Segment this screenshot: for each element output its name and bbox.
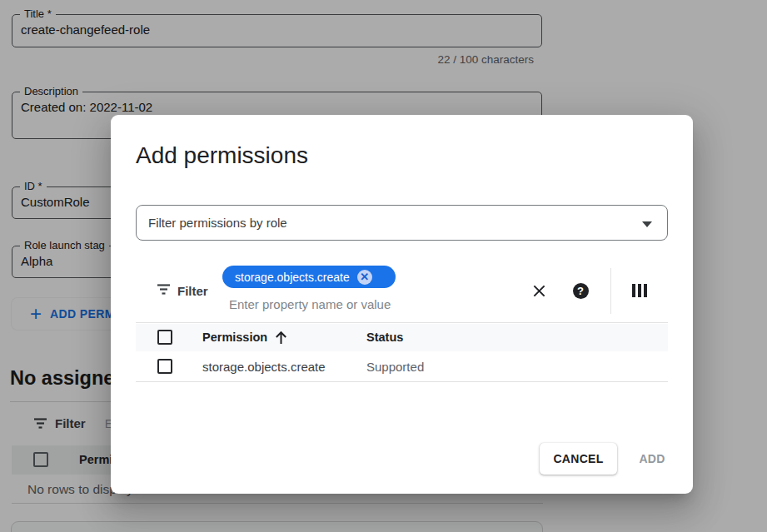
permission-table-row[interactable]: storage.objects.create Supported	[136, 351, 668, 382]
help-icon: ?	[573, 283, 589, 299]
role-filter-placeholder: Filter permissions by role	[148, 216, 287, 230]
clear-filters-button[interactable]	[528, 280, 550, 301]
status-cell: Supported	[366, 360, 424, 374]
filter-chip[interactable]: storage.objects.create ✕	[222, 266, 396, 288]
sort-ascending-icon[interactable]	[274, 330, 288, 346]
permissions-table-header: Permission Status	[136, 324, 668, 351]
filter-permissions-by-role-dropdown[interactable]: Filter permissions by role	[136, 205, 668, 241]
cancel-button[interactable]: CANCEL	[540, 443, 617, 475]
filter-help-button[interactable]: ?	[570, 280, 591, 301]
dialog-filter-label: Filter	[177, 284, 208, 298]
add-button[interactable]: ADD	[626, 443, 678, 475]
filter-icon	[157, 284, 171, 295]
filter-chip-text: storage.objects.create	[235, 271, 350, 284]
screen: Title * create-changefeed-role 22 / 100 …	[0, 0, 767, 532]
status-column-header: Status	[366, 331, 403, 344]
chevron-down-icon	[642, 221, 652, 227]
close-icon	[532, 284, 546, 298]
row-checkbox[interactable]	[157, 359, 172, 374]
add-permissions-dialog: Add permissions Filter permissions by ro…	[111, 115, 693, 494]
permission-column-header[interactable]: Permission	[202, 331, 267, 344]
dialog-title: Add permissions	[136, 142, 308, 169]
dialog-filter-toolbar: Filter storage.objects.create ✕ ?	[136, 266, 668, 323]
select-all-checkbox[interactable]	[157, 330, 172, 345]
filter-input[interactable]	[229, 297, 479, 311]
columns-icon	[632, 284, 648, 297]
column-display-options-button[interactable]	[629, 280, 650, 301]
permission-cell: storage.objects.create	[202, 360, 326, 374]
toolbar-divider	[610, 268, 611, 314]
chip-remove-icon[interactable]: ✕	[357, 270, 372, 285]
